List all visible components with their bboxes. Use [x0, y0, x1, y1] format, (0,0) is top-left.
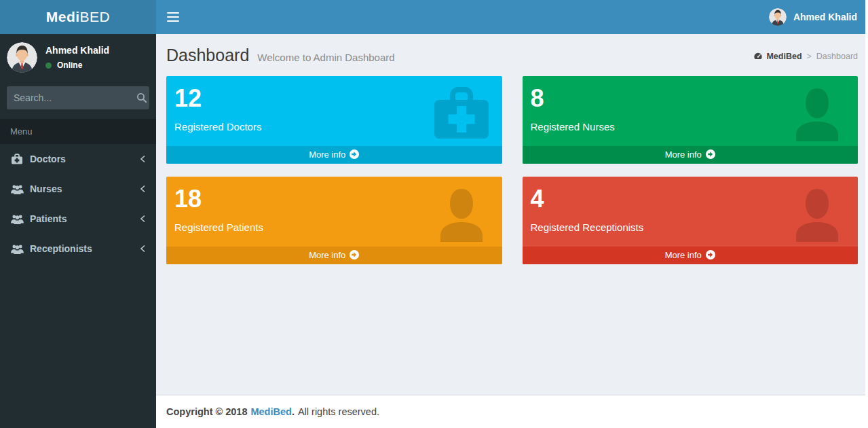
sidebar-user-panel: Ahmed Khalid Online: [0, 34, 156, 79]
sidebar-search-form: [7, 86, 149, 109]
stat-box-patients: 18 Registered Patients More info: [166, 177, 502, 264]
logo-text-bed: BED: [80, 9, 111, 25]
sidebar-item-label: Doctors: [30, 154, 140, 164]
sidebar-item-label: Patients: [30, 213, 140, 224]
top-navbar: Ahmed Khalid: [156, 0, 868, 34]
user-status[interactable]: Online: [45, 60, 109, 70]
online-status-label: Online: [57, 60, 82, 70]
menu-header: Menu: [0, 119, 156, 144]
chevron-left-icon: [140, 155, 146, 163]
more-info-label: More info: [665, 250, 702, 260]
stat-value: 12: [174, 86, 494, 111]
navbar-user-menu[interactable]: Ahmed Khalid: [769, 8, 868, 26]
breadcrumb-separator: >: [807, 52, 812, 61]
medkit-icon: [10, 154, 24, 164]
stat-box-body: 8 Registered Nurses: [523, 76, 858, 146]
arrow-circle-right-icon: [706, 250, 715, 260]
stat-box-body: 12 Registered Doctors: [166, 76, 502, 146]
more-info-label: More info: [309, 149, 345, 160]
more-info-link[interactable]: More info: [523, 247, 858, 264]
main-area: Ahmed Khalid Dashboard Welcome to Admin …: [156, 0, 868, 428]
sidebar-item-receptionists[interactable]: Receptionists: [0, 234, 156, 264]
dashboard-gauge-icon: [753, 52, 763, 61]
navbar-user-name: Ahmed Khalid: [793, 12, 857, 22]
breadcrumb: MediBed > Dashboard: [753, 52, 858, 61]
users-icon: [10, 184, 24, 194]
arrow-circle-right-icon: [706, 149, 715, 159]
stat-box-nurses: 8 Registered Nurses More info: [523, 76, 858, 164]
sidebar-item-doctors[interactable]: Doctors: [0, 144, 156, 174]
breadcrumb-home-label: MediBed: [766, 52, 801, 61]
sidebar-toggle-button[interactable]: [156, 0, 190, 34]
sidebar-user-name: Ahmed Khalid: [45, 45, 109, 56]
breadcrumb-current: Dashboard: [816, 52, 858, 61]
stat-label: Registered Doctors: [174, 121, 494, 132]
stat-box-receptionists: 4 Registered Receptionists More info: [523, 177, 858, 264]
footer-copyright: Copyright © 2018: [166, 406, 247, 417]
page-footer: Copyright © 2018 MediBed. All rights res…: [156, 395, 868, 428]
sidebar-item-label: Receptionists: [30, 243, 140, 254]
page-title: Dashboard: [166, 46, 249, 65]
users-icon: [10, 244, 24, 254]
stat-box-body: 18 Registered Patients: [166, 177, 502, 247]
stat-value: 18: [174, 186, 494, 212]
user-meta: Ahmed Khalid Online: [45, 45, 109, 70]
footer-brand-link[interactable]: MediBed: [250, 406, 291, 417]
content-header: Dashboard Welcome to Admin Dashboard Med…: [156, 34, 868, 75]
stat-value: 8: [531, 86, 850, 111]
chevron-left-icon: [140, 215, 146, 223]
user-avatar: [7, 42, 37, 73]
logo-text-medi: Medi: [46, 9, 80, 25]
sidebar-menu: Doctors Nurses: [0, 144, 156, 264]
stat-box-body: 4 Registered Receptionists: [523, 177, 858, 247]
sidebar-item-nurses[interactable]: Nurses: [0, 174, 156, 204]
chevron-left-icon: [140, 185, 146, 193]
app-logo[interactable]: MediBED: [0, 0, 156, 34]
stat-label: Registered Nurses: [531, 121, 850, 132]
more-info-link[interactable]: More info: [166, 146, 502, 164]
more-info-link[interactable]: More info: [523, 146, 858, 164]
online-status-icon: [45, 63, 52, 69]
more-info-link[interactable]: More info: [166, 247, 502, 264]
scrollbar-track[interactable]: [865, 0, 868, 428]
chevron-left-icon: [140, 245, 146, 253]
stat-label: Registered Receptionists: [531, 221, 850, 233]
stat-box-doctors: 12 Registered Doctors More info: [166, 76, 502, 164]
sidebar-item-label: Nurses: [30, 183, 140, 194]
stat-boxes: 12 Registered Doctors More info: [156, 75, 868, 264]
search-input[interactable]: [14, 92, 136, 103]
footer-dot: .: [292, 406, 295, 417]
arrow-circle-right-icon: [350, 250, 359, 260]
footer-rights: All rights reserved.: [298, 406, 379, 417]
more-info-label: More info: [665, 149, 702, 160]
stat-value: 4: [531, 186, 850, 212]
hamburger-icon: [167, 12, 179, 22]
search-icon: [136, 92, 147, 103]
page-subtitle: Welcome to Admin Dashboard: [257, 52, 394, 63]
navbar-avatar: [769, 8, 787, 26]
users-icon: [10, 214, 24, 224]
arrow-circle-right-icon: [350, 149, 359, 159]
stat-label: Registered Patients: [174, 221, 494, 233]
content-area: Dashboard Welcome to Admin Dashboard Med…: [156, 34, 868, 395]
sidebar-item-patients[interactable]: Patients: [0, 204, 156, 234]
sidebar: MediBED Ahmed Khalid Online Menu: [0, 0, 156, 428]
search-button[interactable]: [136, 92, 147, 103]
breadcrumb-home-link[interactable]: MediBed: [753, 52, 801, 61]
more-info-label: More info: [309, 250, 345, 260]
